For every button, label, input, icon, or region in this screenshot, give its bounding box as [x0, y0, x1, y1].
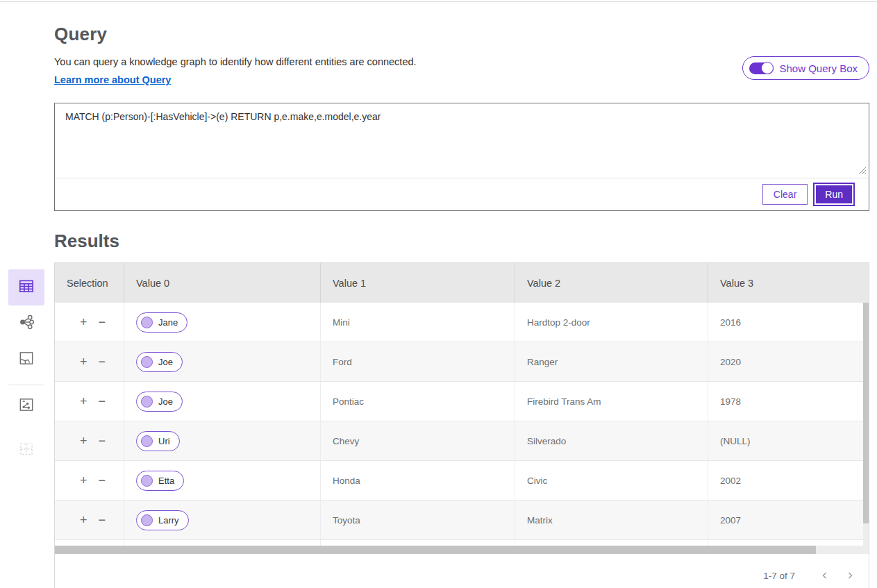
model-cell: [515, 540, 708, 546]
value0-cell: Uri: [124, 421, 320, 460]
selection-cell: + −: [55, 501, 124, 539]
selection-cell: + −: [55, 303, 124, 342]
vertical-scrollbar-thumb[interactable]: [863, 303, 869, 523]
horizontal-scrollbar-thumb[interactable]: [55, 546, 816, 554]
grid-view-button-disabled[interactable]: [8, 432, 44, 469]
make-cell: Pontiac: [320, 382, 515, 421]
person-node-pill[interactable]: Joe: [136, 352, 183, 372]
add-selection-button[interactable]: +: [80, 355, 87, 368]
value0-cell: [124, 540, 320, 546]
model-cell: Hardtop 2-door: [515, 303, 708, 342]
results-table: Selection Value 0 Value 1 Value 2 Value …: [54, 262, 869, 588]
model-cell: Matrix: [515, 501, 708, 539]
table-body: + − Jane Mini Hardtop 2-door 2016 + − Jo…: [55, 303, 869, 546]
value0-cell: Larry: [124, 501, 320, 539]
page-title: Query: [54, 24, 869, 45]
year-cell: 2020: [708, 342, 863, 381]
column-header-value2: Value 2: [515, 263, 708, 303]
table-row: + − Joe Pontiac Firebird Trans Am 1978: [55, 382, 863, 421]
year-cell: 2016: [708, 303, 863, 342]
person-node-pill[interactable]: Joe: [136, 392, 183, 412]
add-selection-button[interactable]: +: [80, 474, 87, 487]
sidebar-divider: [8, 385, 44, 385]
results-title: Results: [54, 230, 869, 252]
column-header-value1: Value 1: [320, 263, 515, 303]
add-selection-button[interactable]: +: [80, 435, 87, 447]
clear-button[interactable]: Clear: [762, 184, 808, 205]
person-name: Etta: [158, 476, 174, 486]
column-header-value3: Value 3: [708, 263, 863, 303]
top-divider: [0, 1, 877, 2]
table-body-rows: + − Jane Mini Hardtop 2-door 2016 + − Jo…: [55, 303, 863, 546]
previous-page-button[interactable]: [816, 566, 834, 585]
table-row: + −: [55, 540, 863, 546]
map-network-view-button[interactable]: [8, 388, 44, 424]
year-cell: [708, 540, 863, 546]
vertical-scrollbar[interactable]: [863, 303, 869, 546]
model-cell: Silverado: [515, 421, 708, 460]
model-cell: Civic: [515, 461, 708, 500]
show-query-box-toggle[interactable]: Show Query Box: [742, 56, 869, 80]
person-name: Joe: [158, 396, 173, 407]
selection-cell: + −: [55, 461, 124, 500]
resize-handle-icon[interactable]: [858, 167, 867, 176]
toggle-label: Show Query Box: [779, 62, 858, 74]
selection-cell: + −: [55, 342, 124, 381]
node-circle-icon: [141, 317, 153, 328]
query-input[interactable]: MATCH (p:Person)-[:HasVehicle]->(e) RETU…: [55, 103, 869, 178]
network-icon: [17, 313, 35, 334]
model-cell: Ranger: [515, 342, 708, 381]
person-node-pill[interactable]: Uri: [136, 431, 180, 451]
table-row: + − Joe Ford Ranger 2020: [55, 342, 863, 382]
remove-selection-button[interactable]: −: [99, 355, 106, 368]
person-node-pill[interactable]: Jane: [136, 312, 187, 333]
remove-selection-button[interactable]: −: [99, 316, 106, 328]
column-header-selection: Selection: [55, 263, 124, 303]
map-icon: [17, 349, 35, 370]
remove-selection-button[interactable]: −: [99, 514, 106, 526]
make-cell: Honda: [320, 461, 515, 500]
remove-selection-button[interactable]: −: [99, 435, 106, 447]
map-view-button[interactable]: [8, 342, 44, 378]
node-circle-icon: [141, 356, 153, 368]
view-switcher-sidebar: [8, 269, 44, 469]
person-node-pill[interactable]: Larry: [136, 510, 189, 530]
query-toolbar: Clear Run: [55, 178, 869, 210]
year-cell: 2002: [708, 461, 863, 500]
network-view-button[interactable]: [8, 305, 44, 342]
remove-selection-button[interactable]: −: [99, 474, 106, 487]
node-circle-icon: [141, 435, 153, 447]
horizontal-scrollbar[interactable]: [55, 546, 869, 554]
add-selection-button[interactable]: +: [80, 316, 87, 328]
grid-disabled-icon: [17, 440, 35, 461]
table-view-button[interactable]: [8, 269, 44, 305]
selection-cell: + −: [55, 421, 124, 460]
add-selection-button[interactable]: +: [80, 514, 87, 526]
year-cell: (NULL): [708, 421, 863, 460]
make-cell: Chevy: [320, 421, 515, 460]
person-node-pill[interactable]: Etta: [136, 471, 184, 491]
pagination-range: 1-7 of 7: [763, 571, 795, 581]
value0-cell: Etta: [124, 461, 320, 500]
next-page-button[interactable]: [841, 566, 859, 585]
value0-cell: Joe: [124, 342, 320, 381]
table-row: + − Etta Honda Civic 2002: [55, 461, 863, 501]
selection-cell: + −: [55, 540, 124, 546]
person-name: Uri: [158, 436, 170, 446]
toggle-switch-icon: [749, 62, 774, 74]
remove-selection-button[interactable]: −: [99, 395, 106, 408]
year-cell: 1978: [708, 382, 863, 421]
table-row: + − Jane Mini Hardtop 2-door 2016: [55, 303, 863, 342]
learn-more-link[interactable]: Learn more about Query: [54, 74, 171, 85]
node-circle-icon: [141, 396, 153, 408]
make-cell: Mini: [320, 303, 515, 342]
selection-cell: + −: [55, 382, 124, 421]
table-footer: 1-7 of 7: [55, 554, 869, 588]
column-header-value0: Value 0: [124, 263, 320, 303]
table-icon: [17, 277, 35, 298]
table-row: + − Uri Chevy Silverado (NULL): [55, 421, 863, 461]
add-selection-button[interactable]: +: [80, 395, 87, 408]
run-button[interactable]: Run: [815, 184, 853, 205]
node-circle-icon: [141, 475, 153, 487]
table-row: + − Larry Toyota Matrix 2007: [55, 501, 863, 540]
